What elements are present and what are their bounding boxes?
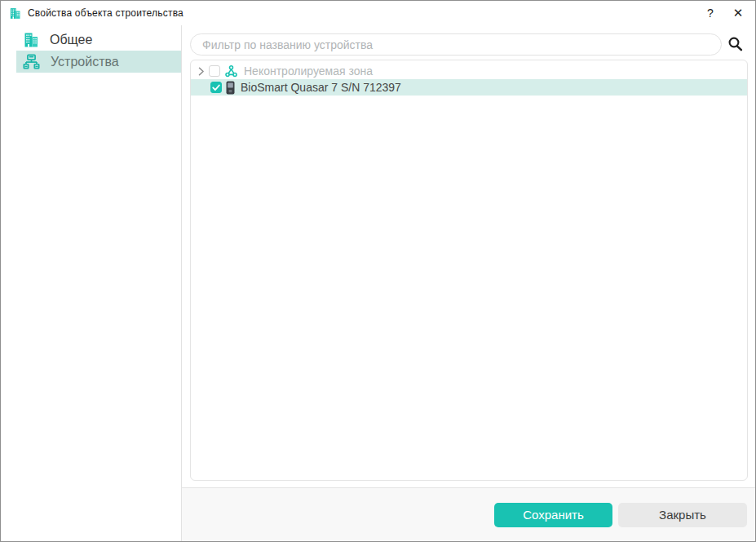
close-window-button[interactable]: ✕ [724, 1, 752, 25]
tree-row-label: BioSmart Quasar 7 S/N 712397 [241, 81, 401, 94]
close-button[interactable]: Закрыть [618, 503, 747, 527]
device-icon [226, 81, 235, 95]
org-chart-icon [23, 53, 40, 70]
sidebar-item-label: Устройства [51, 55, 119, 69]
sidebar: Общее Устройства [1, 25, 182, 541]
footer-bar: Сохранить Закрыть [182, 487, 755, 541]
search-button[interactable] [727, 35, 745, 53]
tree-row-label: Неконтролируемая зона [244, 64, 373, 78]
zone-icon [224, 64, 238, 78]
tree-row-zone[interactable]: Неконтролируемая зона [191, 63, 747, 79]
search-icon [727, 35, 745, 53]
expand-chevron-icon[interactable] [196, 65, 207, 77]
building-icon [9, 7, 21, 20]
building-icon [23, 32, 39, 48]
zone-checkbox[interactable] [209, 65, 220, 77]
sidebar-item-general[interactable]: Общее [16, 29, 181, 51]
devices-panel: Неконтролируемая зона BioSmart Quasar [182, 25, 755, 487]
device-tree: Неконтролируемая зона BioSmart Quasar [190, 60, 748, 481]
title-bar: Свойства объекта строительства ? ✕ [1, 1, 755, 25]
device-filter-input[interactable] [190, 33, 722, 56]
device-checkbox[interactable] [210, 82, 222, 93]
tree-row-device[interactable]: BioSmart Quasar 7 S/N 712397 [191, 79, 747, 96]
properties-dialog: Свойства объекта строительства ? ✕ [0, 0, 756, 542]
window-title: Свойства объекта строительства [28, 7, 183, 19]
sidebar-item-label: Общее [50, 33, 92, 47]
sidebar-item-devices[interactable]: Устройства [16, 51, 181, 73]
save-button[interactable]: Сохранить [494, 503, 612, 527]
help-button[interactable]: ? [696, 1, 724, 25]
